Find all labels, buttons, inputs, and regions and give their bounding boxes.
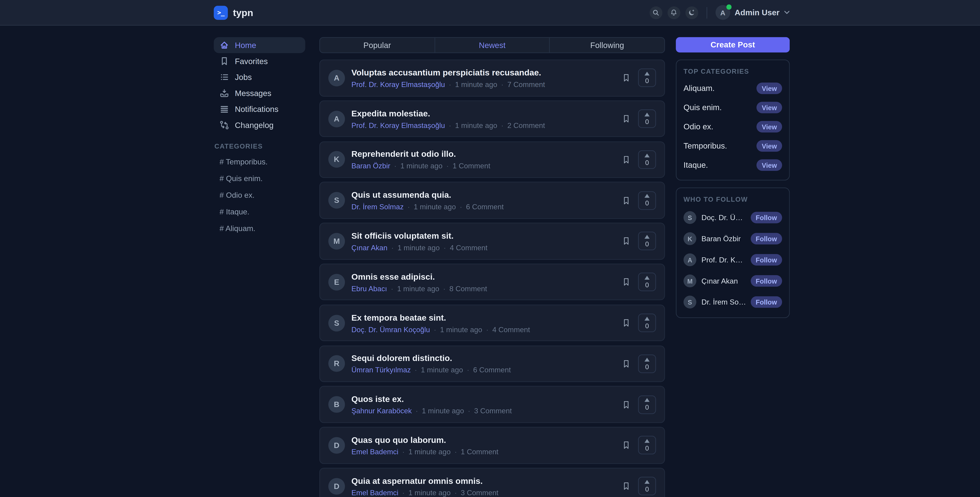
sidebar-item-favorites[interactable]: Favorites [214, 53, 305, 69]
post-comment-count[interactable]: 4 Comment [450, 244, 487, 251]
upvote-button[interactable]: 0 [638, 273, 656, 291]
tab-popular[interactable]: Popular [320, 38, 435, 52]
post-meta: Emel Bademci · 1 minute ago · 1 Comment [352, 448, 617, 456]
bookmark-post-button[interactable] [622, 481, 630, 491]
post-author-link[interactable]: Baran Özbir [352, 162, 390, 170]
sidebar-item-changelog[interactable]: Changelog [214, 117, 305, 133]
vote-count: 0 [645, 241, 649, 247]
post-title-link[interactable]: Sequi dolorem distinctio. [352, 354, 617, 363]
upvote-button[interactable]: 0 [638, 150, 656, 169]
post-meta: Çınar Akan · 1 minute ago · 4 Comment [352, 244, 617, 251]
post-author-link[interactable]: Emel Bademci [352, 489, 398, 496]
post-comment-count[interactable]: 6 Comment [473, 366, 511, 374]
post-author-link[interactable]: Dr. İrem Solmaz [352, 203, 404, 211]
up-triangle-icon [644, 398, 649, 402]
search-button[interactable] [649, 6, 662, 19]
post-title-link[interactable]: Quia at aspernatur omnis omnis. [352, 476, 617, 486]
bookmark-post-button[interactable] [622, 277, 630, 287]
post-author-link[interactable]: Şahnur Karaböcek [352, 407, 412, 415]
post-title-link[interactable]: Quos iste ex. [352, 394, 617, 404]
post-author-link[interactable]: Prof. Dr. Koray Elmastaşoğlu [352, 81, 445, 88]
post-title-link[interactable]: Omnis esse adipisci. [352, 272, 617, 281]
theme-toggle-button[interactable] [686, 6, 698, 19]
follow-button[interactable]: Follow [751, 275, 782, 287]
bookmark-icon [622, 114, 630, 124]
post-card: E Omnis esse adipisci. Ebru Abacı · 1 mi… [319, 264, 665, 300]
top-categories-panel: TOP CATEGORIES Aliquam. View Quis enim. … [676, 60, 790, 181]
upvote-button[interactable]: 0 [638, 68, 656, 87]
post-author-link[interactable]: Emel Bademci [352, 448, 398, 456]
upvote-button[interactable]: 0 [638, 232, 656, 251]
tab-following[interactable]: Following [550, 38, 664, 52]
sidebar-category-item[interactable]: # Quis enim. [214, 170, 305, 187]
bookmark-post-button[interactable] [622, 114, 630, 124]
follow-button[interactable]: Follow [751, 233, 782, 245]
bookmark-post-button[interactable] [622, 441, 630, 450]
post-comment-count[interactable]: 1 Comment [461, 448, 498, 456]
user-menu[interactable]: A Admin User [715, 5, 790, 20]
post-body: Sit officiis voluptatem sit. Çınar Akan … [352, 231, 617, 251]
view-category-button[interactable]: View [757, 159, 782, 171]
brand[interactable]: >_ typn [214, 5, 253, 20]
bookmark-post-button[interactable] [622, 195, 630, 205]
sidebar-item-messages[interactable]: Messages [214, 85, 305, 101]
view-category-button[interactable]: View [757, 121, 782, 132]
bookmark-icon [622, 155, 630, 164]
bookmark-icon [622, 195, 630, 205]
post-comment-count[interactable]: 7 Comment [507, 81, 545, 88]
sidebar-category-item[interactable]: # Temporibus. [214, 154, 305, 170]
sidebar-category-item[interactable]: # Itaque. [214, 203, 305, 220]
meta-separator: · [394, 162, 396, 170]
sidebar-category-item[interactable]: # Odio ex. [214, 187, 305, 203]
notifications-bell-button[interactable] [667, 6, 680, 19]
logo-glyph: >_ [217, 9, 224, 16]
post-title-link[interactable]: Sit officiis voluptatem sit. [352, 231, 617, 241]
tab-newest[interactable]: Newest [435, 38, 550, 52]
post-comment-count[interactable]: 4 Comment [492, 326, 530, 333]
follow-button[interactable]: Follow [751, 296, 782, 308]
create-post-button[interactable]: Create Post [676, 37, 790, 52]
post-title-link[interactable]: Reprehenderit ut odio illo. [352, 149, 617, 159]
post-comment-count[interactable]: 3 Comment [474, 407, 512, 415]
post-title-link[interactable]: Ex tempora beatae sint. [352, 313, 617, 322]
upvote-button[interactable]: 0 [638, 110, 656, 128]
bookmark-post-button[interactable] [622, 359, 630, 368]
follow-button[interactable]: Follow [751, 254, 782, 265]
post-comment-count[interactable]: 2 Comment [507, 121, 545, 129]
post-comment-count[interactable]: 3 Comment [461, 489, 498, 496]
post-comment-count[interactable]: 1 Comment [453, 162, 490, 170]
view-category-button[interactable]: View [757, 83, 782, 94]
post-author-link[interactable]: Prof. Dr. Koray Elmastaşoğlu [352, 121, 445, 129]
bookmark-post-button[interactable] [622, 73, 630, 83]
post-title-link[interactable]: Quas quo quo laborum. [352, 435, 617, 445]
upvote-button[interactable]: 0 [638, 477, 656, 495]
swap-icon [220, 120, 229, 130]
sidebar-item-jobs[interactable]: Jobs [214, 69, 305, 85]
sidebar-category-item[interactable]: # Aliquam. [214, 220, 305, 237]
bookmark-post-button[interactable] [622, 400, 630, 410]
bookmark-post-button[interactable] [622, 318, 630, 328]
post-author-link[interactable]: Ebru Abacı [352, 284, 387, 292]
upvote-button[interactable]: 0 [638, 436, 656, 455]
sidebar-item-notifications[interactable]: Notifications [214, 101, 305, 117]
post-author-link[interactable]: Ümran Türkyılmaz [352, 366, 411, 374]
post-title-link[interactable]: Quis ut assumenda quia. [352, 190, 617, 200]
post-author-link[interactable]: Doç. Dr. Ümran Koçoğlu [352, 326, 430, 333]
post-title-link[interactable]: Expedita molestiae. [352, 109, 617, 118]
sidebar-item-home[interactable]: Home [214, 37, 305, 53]
post-comment-count[interactable]: 8 Comment [449, 284, 487, 292]
follow-button[interactable]: Follow [751, 212, 782, 224]
bookmark-post-button[interactable] [622, 237, 630, 246]
header-actions: A Admin User [649, 5, 790, 20]
upvote-button[interactable]: 0 [638, 354, 656, 373]
upvote-button[interactable]: 0 [638, 314, 656, 332]
post-title-link[interactable]: Voluptas accusantium perspiciatis recusa… [352, 68, 617, 77]
view-category-button[interactable]: View [757, 140, 782, 152]
post-body: Sequi dolorem distinctio. Ümran Türkyılm… [352, 354, 617, 374]
post-author-link[interactable]: Çınar Akan [352, 244, 388, 251]
upvote-button[interactable]: 0 [638, 191, 656, 210]
post-comment-count[interactable]: 6 Comment [466, 203, 504, 211]
bookmark-post-button[interactable] [622, 155, 630, 164]
view-category-button[interactable]: View [757, 102, 782, 113]
upvote-button[interactable]: 0 [638, 395, 656, 414]
